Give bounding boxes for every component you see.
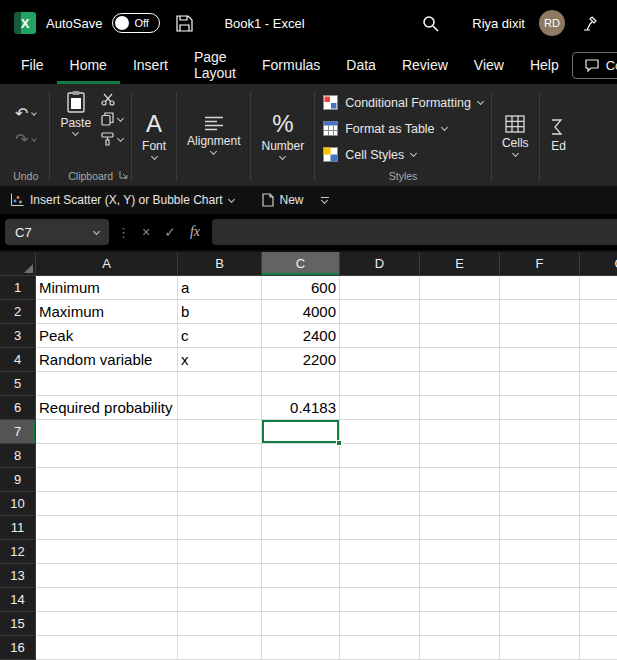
menu-item-review[interactable]: Review xyxy=(389,46,461,84)
cell-E2[interactable] xyxy=(420,300,500,324)
row-header-2[interactable]: 2 xyxy=(0,300,36,324)
cell-C8[interactable] xyxy=(262,444,340,468)
cell-C7[interactable] xyxy=(262,420,340,444)
cell-B1[interactable]: a xyxy=(178,276,262,300)
column-header-e[interactable]: E xyxy=(420,252,500,276)
menu-item-help[interactable]: Help xyxy=(517,46,572,84)
cell-G16[interactable] xyxy=(580,636,617,660)
cell-F4[interactable] xyxy=(500,348,580,372)
format-as-table-button[interactable]: Format as Table xyxy=(323,117,483,140)
cell-D12[interactable] xyxy=(340,540,420,564)
paste-button[interactable]: Paste xyxy=(60,90,91,135)
cell-E13[interactable] xyxy=(420,564,500,588)
menu-item-file[interactable]: File xyxy=(8,46,57,84)
menu-item-insert[interactable]: Insert xyxy=(120,46,181,84)
number-button[interactable]: % Number xyxy=(251,84,314,186)
cell-D16[interactable] xyxy=(340,636,420,660)
avatar[interactable]: RD xyxy=(539,10,565,36)
cell-C14[interactable] xyxy=(262,588,340,612)
cell-D15[interactable] xyxy=(340,612,420,636)
cell-E7[interactable] xyxy=(420,420,500,444)
cell-C9[interactable] xyxy=(262,468,340,492)
cell-A7[interactable] xyxy=(36,420,178,444)
cancel-icon[interactable]: × xyxy=(138,224,154,240)
cell-A3[interactable]: Peak xyxy=(36,324,178,348)
cell-G7[interactable] xyxy=(580,420,617,444)
save-icon[interactable] xyxy=(170,9,198,37)
cell-E12[interactable] xyxy=(420,540,500,564)
column-header-a[interactable]: A xyxy=(36,252,178,276)
cell-B16[interactable] xyxy=(178,636,262,660)
row-header-3[interactable]: 3 xyxy=(0,324,36,348)
font-button[interactable]: A Font xyxy=(132,84,176,186)
cell-D1[interactable] xyxy=(340,276,420,300)
row-header-6[interactable]: 6 xyxy=(0,396,36,420)
cell-F12[interactable] xyxy=(500,540,580,564)
cell-G12[interactable] xyxy=(580,540,617,564)
cell-C6[interactable]: 0.4183 xyxy=(262,396,340,420)
column-header-c[interactable]: C xyxy=(262,252,340,276)
row-header-11[interactable]: 11 xyxy=(0,516,36,540)
row-header-9[interactable]: 9 xyxy=(0,468,36,492)
cell-E9[interactable] xyxy=(420,468,500,492)
editing-button[interactable]: Ed xyxy=(540,84,578,186)
new-button[interactable]: New xyxy=(262,193,304,207)
format-painter-button[interactable] xyxy=(101,132,123,146)
cell-F2[interactable] xyxy=(500,300,580,324)
cell-F11[interactable] xyxy=(500,516,580,540)
insert-function-icon[interactable]: fx xyxy=(186,224,204,240)
column-header-b[interactable]: B xyxy=(178,252,262,276)
cell-F8[interactable] xyxy=(500,444,580,468)
cell-C11[interactable] xyxy=(262,516,340,540)
cell-F3[interactable] xyxy=(500,324,580,348)
lamp-icon[interactable] xyxy=(575,9,603,37)
cell-F9[interactable] xyxy=(500,468,580,492)
autosave-toggle[interactable]: Off xyxy=(112,13,160,33)
cell-D9[interactable] xyxy=(340,468,420,492)
cell-E6[interactable] xyxy=(420,396,500,420)
cell-B5[interactable] xyxy=(178,372,262,396)
cell-F16[interactable] xyxy=(500,636,580,660)
cell-A14[interactable] xyxy=(36,588,178,612)
insert-scatter-chart-button[interactable]: Insert Scatter (X, Y) or Bubble Chart xyxy=(10,193,234,207)
row-header-8[interactable]: 8 xyxy=(0,444,36,468)
cell-G13[interactable] xyxy=(580,564,617,588)
cell-D6[interactable] xyxy=(340,396,420,420)
cell-B15[interactable] xyxy=(178,612,262,636)
cell-B13[interactable] xyxy=(178,564,262,588)
cell-C4[interactable]: 2200 xyxy=(262,348,340,372)
row-header-14[interactable]: 14 xyxy=(0,588,36,612)
cell-F1[interactable] xyxy=(500,276,580,300)
cell-F13[interactable] xyxy=(500,564,580,588)
cell-A8[interactable] xyxy=(36,444,178,468)
row-header-16[interactable]: 16 xyxy=(0,636,36,660)
cell-D7[interactable] xyxy=(340,420,420,444)
name-box[interactable]: C7 xyxy=(5,219,109,245)
cell-C5[interactable] xyxy=(262,372,340,396)
cell-F7[interactable] xyxy=(500,420,580,444)
undo-button[interactable]: ↶ xyxy=(15,106,36,122)
cell-A2[interactable]: Maximum xyxy=(36,300,178,324)
menu-item-home[interactable]: Home xyxy=(57,46,120,84)
cell-A1[interactable]: Minimum xyxy=(36,276,178,300)
cell-D11[interactable] xyxy=(340,516,420,540)
cell-B14[interactable] xyxy=(178,588,262,612)
menu-item-view[interactable]: View xyxy=(461,46,517,84)
cell-A9[interactable] xyxy=(36,468,178,492)
cell-D14[interactable] xyxy=(340,588,420,612)
fill-handle[interactable] xyxy=(336,440,342,446)
search-icon[interactable] xyxy=(416,9,444,37)
cell-E14[interactable] xyxy=(420,588,500,612)
cells-button[interactable]: Cells xyxy=(492,84,539,186)
cell-B4[interactable]: x xyxy=(178,348,262,372)
cell-C10[interactable] xyxy=(262,492,340,516)
cell-C13[interactable] xyxy=(262,564,340,588)
cell-E11[interactable] xyxy=(420,516,500,540)
cell-C2[interactable]: 4000 xyxy=(262,300,340,324)
cell-F10[interactable] xyxy=(500,492,580,516)
cell-C3[interactable]: 2400 xyxy=(262,324,340,348)
cell-E15[interactable] xyxy=(420,612,500,636)
cell-G4[interactable] xyxy=(580,348,617,372)
cell-A10[interactable] xyxy=(36,492,178,516)
cell-G9[interactable] xyxy=(580,468,617,492)
